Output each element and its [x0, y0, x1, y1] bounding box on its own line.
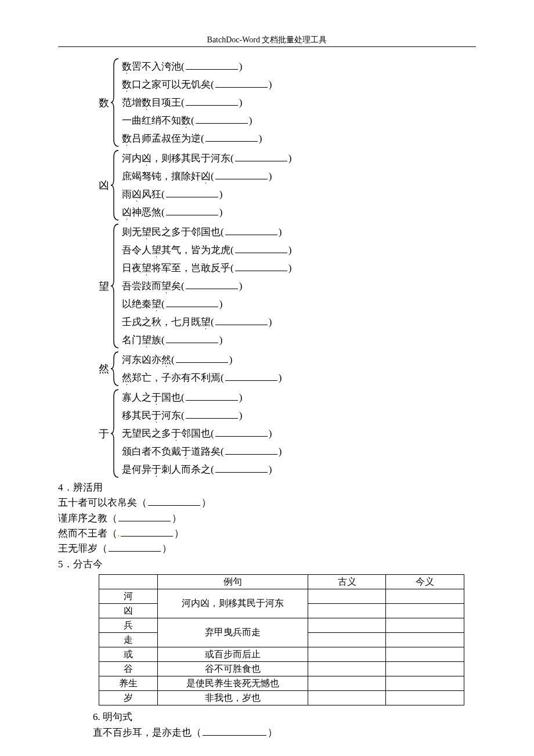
emphasis-char: 数 [122, 62, 132, 71]
marker-dot: . [117, 528, 120, 539]
th [99, 575, 158, 589]
word-group: 望 则无望民之多于邻国也()吾令人望其气，皆为龙虎()日夜望将军至，岂敢反乎()… [99, 223, 476, 349]
emphasis-char: 望 [142, 227, 151, 237]
jinyi-cell [386, 647, 464, 662]
emphasis-char: 凶 [201, 171, 211, 181]
sec4-line: 五十者可以衣帛矣（ [58, 497, 147, 508]
blank [215, 79, 268, 88]
guyi-cell [308, 676, 386, 691]
blank [235, 153, 287, 161]
example-line: 寡人之于国也() [120, 390, 282, 405]
guyi-cell [308, 647, 386, 662]
brace-icon [110, 223, 120, 349]
emphasis-char: 于 [151, 411, 161, 420]
example-line: 无望民之多于邻国也() [120, 426, 282, 441]
blank [148, 497, 200, 506]
sentence-cell: 非我也，岁也 [157, 691, 308, 705]
table-row: 河河内凶，则移其民于河东 [99, 589, 464, 604]
word-cell: 凶 [99, 604, 158, 618]
word-cell: 养生 [99, 676, 158, 691]
guyi-cell [308, 662, 386, 676]
example-line: 河内凶，则移其民于河东() [120, 151, 291, 165]
table-row: 养生是使民养生丧死无憾也 [99, 676, 464, 691]
guyi-cell [308, 691, 386, 705]
word-group: 于 寡人之于国也()移其民于河东()无望民之多于邻国也()颁白者不负戴于道路矣(… [99, 388, 476, 478]
jinyi-cell [386, 589, 464, 604]
sec6-title: 6. 明句式 [93, 709, 476, 725]
emphasis-char: 数 [122, 80, 132, 89]
emphasis-char: 于 [151, 465, 161, 474]
word-cell: 走 [99, 633, 158, 647]
sec4-line: 然而不王者（ [58, 528, 117, 539]
sec6-line: 直不百步耳，是亦走也（ [93, 727, 201, 738]
jinyi-cell [386, 676, 464, 691]
blank [166, 334, 218, 343]
word-cell: 河 [99, 589, 158, 604]
group-label: 望 [99, 279, 109, 293]
blank [118, 513, 171, 521]
table-row: 兵弃甲曳兵而走 [99, 618, 464, 633]
blank [235, 262, 287, 271]
blank [225, 446, 277, 455]
blank [225, 372, 277, 381]
example-line: 凶神恶煞() [120, 205, 291, 219]
brace-icon [110, 57, 120, 147]
blank [215, 464, 268, 473]
th: 今义 [386, 575, 464, 589]
table-row: 岁非我也，岁也 [99, 691, 464, 705]
emphasis-char: 望 [142, 335, 151, 345]
guyi-cell [308, 633, 386, 647]
example-line: 是何异于刺人而杀之() [120, 462, 282, 477]
example-line: 颁白者不负戴于道路矣() [120, 444, 282, 459]
example-line: 名门望族() [120, 333, 291, 347]
emphasis-char: 望 [201, 317, 211, 327]
sec5-title: 5．分古今 [58, 557, 476, 572]
blank [203, 727, 266, 736]
blank [186, 97, 238, 106]
example-line: 数口之家可以无饥矣() [120, 77, 272, 92]
table-row: 或或百步而后止 [99, 647, 464, 662]
blank [186, 410, 238, 419]
word-cell: 谷 [99, 662, 158, 676]
section-6: 6. 明句式 直不百步耳，是亦走也（） [93, 709, 476, 740]
section-4: 4．辨活用 五十者可以衣帛矣（） 谨庠序之教（） 然而不王者（.） 王无罪岁（） [58, 480, 476, 557]
blank [109, 543, 161, 552]
word-cell: 兵 [99, 618, 158, 633]
example-line: 数罟不入洿池() [120, 59, 272, 74]
brace-icon [110, 149, 120, 221]
blank [215, 316, 268, 325]
group-label: 凶 [99, 178, 109, 192]
emphasis-char: 数 [122, 134, 132, 143]
table-head-row: 例句 古义 今义 [99, 575, 464, 589]
jinyi-cell [386, 691, 464, 705]
th: 例句 [157, 575, 308, 589]
example-line: 庶竭驽钝，攘除奸凶() [120, 169, 291, 183]
sec4-title: 4．辨活用 [58, 480, 476, 495]
blank [166, 298, 218, 307]
example-line: 雨凶风狂() [120, 187, 291, 201]
blank [225, 226, 277, 235]
gujin-table: 例句 古义 今义 河河内凶，则移其民于河东凶兵弃甲曳兵而走走或或百步而后止谷谷不… [99, 574, 464, 705]
example-line: 然郑亡，子亦有不利焉() [120, 370, 282, 385]
sentence-cell: 或百步而后止 [157, 647, 308, 662]
sentence-cell: 弃甲曳兵而走 [157, 618, 308, 647]
example-line: 范增数目项王() [120, 95, 272, 110]
word-group: 凶 河内凶，则移其民于河东()庶竭驽钝，攘除奸凶()雨凶风狂()凶神恶煞() [99, 149, 476, 221]
example-line: 数吕师孟叔侄为逆() [120, 131, 272, 146]
example-line: 吾令人望其气，皆为龙虎() [120, 243, 291, 257]
example-line: 以绝秦望() [120, 297, 291, 311]
blank [121, 528, 173, 537]
emphasis-char: 数 [142, 98, 151, 107]
sentence-cell: 谷不可胜食也 [157, 662, 308, 676]
example-line: 则无望民之多于邻国也() [120, 225, 291, 239]
example-line: 移其民于河东() [120, 408, 282, 423]
page-header: BatchDoc-Word 文档批量处理工具 [58, 35, 476, 45]
brace-icon [110, 388, 120, 478]
example-line: 壬戌之秋，七月既望() [120, 315, 291, 329]
blank [186, 280, 238, 289]
word-group: 数 数罟不入洿池()数口之家可以无饥矣()范增数目项王()一曲红绡不知数()数吕… [99, 57, 476, 147]
blank [215, 171, 268, 179]
group-label: 数 [99, 96, 109, 110]
emphasis-char: 然 [161, 355, 171, 365]
sentence-cell: 河内凶，则移其民于河东 [157, 589, 308, 618]
